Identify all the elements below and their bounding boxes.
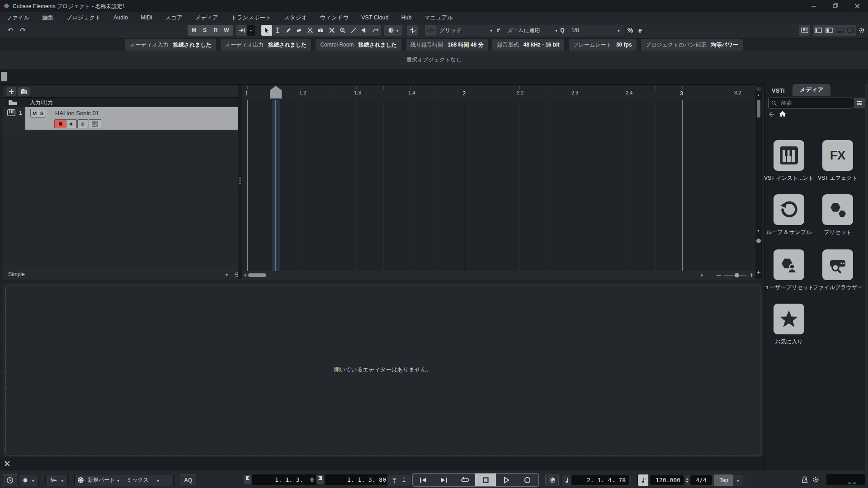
track-row[interactable]: 1 M S HALion Sonic 01 e xyxy=(4,107,238,130)
play-button[interactable] xyxy=(496,474,517,486)
tab-media[interactable]: メディア xyxy=(793,84,830,96)
ruler-options-button[interactable] xyxy=(756,87,761,91)
snap-zero-crossing-button[interactable] xyxy=(407,25,418,36)
iterative-quantize-button[interactable]: % xyxy=(625,25,636,36)
tap-tempo-button[interactable]: Tap xyxy=(714,474,733,486)
project-vscrollbar[interactable] xyxy=(755,86,762,279)
time-format-note-icon[interactable] xyxy=(565,477,569,483)
snap-type-dropdown[interactable]: グリッド xyxy=(436,25,496,36)
metronome-button[interactable] xyxy=(799,474,810,485)
play-tool[interactable] xyxy=(359,25,370,36)
track-visibility-preset[interactable]: Simple xyxy=(8,271,25,277)
redo-button[interactable] xyxy=(17,25,28,36)
track-monitor-button[interactable] xyxy=(66,119,77,128)
control-room-chip[interactable]: Control Room接続されました xyxy=(316,39,401,51)
playhead-handle[interactable] xyxy=(270,86,282,99)
mute-all-button[interactable]: M xyxy=(189,25,199,36)
write-automation-button[interactable]: W xyxy=(221,25,232,36)
quantize-panel-button[interactable]: e xyxy=(635,25,646,36)
stop-button[interactable] xyxy=(475,474,496,486)
menu-vst-cloud[interactable]: VST Cloud xyxy=(355,14,395,21)
record-format-chip[interactable]: 録音形式48 kHz - 16 bit xyxy=(492,39,564,51)
draw-tool[interactable] xyxy=(283,25,294,36)
midi-record-mode-value[interactable]: 新規パート xyxy=(88,476,117,484)
audio-record-mode-group[interactable] xyxy=(45,474,68,486)
media-tile-loops-samples[interactable] xyxy=(774,194,804,225)
glue-tool[interactable] xyxy=(316,25,326,36)
hzoom-slider[interactable] xyxy=(724,275,746,276)
auto-quantize-button[interactable]: AQ xyxy=(180,474,196,486)
right-locator-flag-icon[interactable] xyxy=(316,475,324,484)
splitter-handle[interactable] xyxy=(1,72,7,81)
minimize-button[interactable] xyxy=(807,2,820,10)
menu-file[interactable]: ファイル xyxy=(0,14,36,22)
read-automation-button[interactable]: R xyxy=(210,25,221,36)
tracklist-splitter[interactable] xyxy=(238,85,242,279)
pre-roll-button[interactable] xyxy=(545,474,559,486)
zoom-tool[interactable] xyxy=(337,25,348,36)
tempo-spinner[interactable] xyxy=(685,478,689,483)
left-locator-flag-icon[interactable] xyxy=(244,475,251,484)
select-tool[interactable] xyxy=(261,25,272,36)
vzoom-knob[interactable] xyxy=(756,239,761,243)
left-zone-toggle-2[interactable] xyxy=(824,25,835,36)
left-locator-display[interactable]: 1. 1. 3. 0 xyxy=(252,474,317,485)
vscroll-thumb[interactable] xyxy=(757,100,760,117)
record-time-button[interactable] xyxy=(3,474,17,486)
right-zone-scrollbar[interactable] xyxy=(865,84,868,470)
media-tile-favorites[interactable] xyxy=(774,304,804,334)
time-signature-display[interactable]: 4/4 xyxy=(690,475,712,485)
media-home-button[interactable] xyxy=(779,110,786,117)
hscroll-left-button[interactable] xyxy=(243,273,247,277)
project-hscrollbar[interactable] xyxy=(242,271,755,279)
record-mode-group[interactable] xyxy=(19,474,39,486)
punch-in-button[interactable] xyxy=(392,477,397,483)
audio-input-chip[interactable]: オーディオ入力接続されました xyxy=(125,39,216,51)
left-zone-toggle[interactable] xyxy=(813,25,824,36)
media-tile-user-presets[interactable] xyxy=(774,249,804,280)
split-tool[interactable] xyxy=(305,25,316,36)
bottom-zone-toggle[interactable] xyxy=(835,25,845,36)
line-tool[interactable] xyxy=(348,25,359,36)
track-record-button[interactable] xyxy=(54,119,67,128)
record-time-chip[interactable]: 残り録音時間168 時間 48 分 xyxy=(406,39,488,51)
midi-mix-mode-value[interactable]: ミックス xyxy=(127,476,156,484)
hzoom-plus-button[interactable] xyxy=(749,272,754,277)
menu-project[interactable]: プロジェクト xyxy=(60,14,107,22)
timeline-ruler[interactable]: 1 1.2 1.3 1.4 2 2.2 2.3 2.4 3 3.2 xyxy=(242,86,755,101)
quantize-dropdown[interactable]: 1/8 xyxy=(568,25,624,36)
record-button[interactable] xyxy=(517,474,538,486)
punch-out-button[interactable] xyxy=(401,477,406,483)
track-solo-button[interactable]: S xyxy=(38,109,46,117)
track-instrument-button[interactable] xyxy=(89,119,101,128)
range-tool[interactable] xyxy=(272,25,283,36)
media-tile-file-browser[interactable] xyxy=(822,249,853,280)
preset-dropdown[interactable] xyxy=(225,271,228,277)
frame-rate-chip[interactable]: フレームレート30 fps xyxy=(569,39,637,51)
snap-button[interactable] xyxy=(425,25,436,36)
media-tile-vst-effects[interactable]: FX xyxy=(822,140,853,171)
audio-output-chip[interactable]: オーディオ出力接続されました xyxy=(221,39,311,51)
position-display[interactable]: 2. 1. 4. 78 xyxy=(571,475,629,485)
right-locator-display[interactable]: 1. 1. 3. 80 xyxy=(325,474,390,485)
menu-midi[interactable]: MIDI xyxy=(134,14,159,21)
tempo-track-button[interactable] xyxy=(638,474,648,486)
setup-toolbar-button[interactable] xyxy=(856,25,867,36)
tempo-display[interactable]: 120.000 xyxy=(650,475,684,485)
feedback-tool[interactable] xyxy=(370,25,381,36)
media-tile-presets[interactable] xyxy=(822,194,853,225)
tempo-dropdown[interactable] xyxy=(736,477,740,483)
menu-audio[interactable]: Audio xyxy=(107,14,134,21)
pan-law-chip[interactable]: プロジェクトのパン補正均等パワー xyxy=(641,39,743,51)
menu-studio[interactable]: スタジオ xyxy=(278,14,313,22)
menu-score[interactable]: スコア xyxy=(159,14,189,22)
menu-hub[interactable]: Hub xyxy=(395,14,418,21)
track-selected-area[interactable]: M S HALion Sonic 01 e xyxy=(25,107,238,130)
scroll-up-button[interactable] xyxy=(757,93,760,99)
go-to-previous-marker-button[interactable] xyxy=(413,474,434,486)
media-list-view-button[interactable] xyxy=(854,98,865,108)
media-back-button[interactable] xyxy=(768,111,775,117)
track-preset-button[interactable] xyxy=(18,87,30,96)
add-track-button[interactable] xyxy=(6,87,16,96)
menu-window[interactable]: ウィンドウ xyxy=(313,14,355,22)
